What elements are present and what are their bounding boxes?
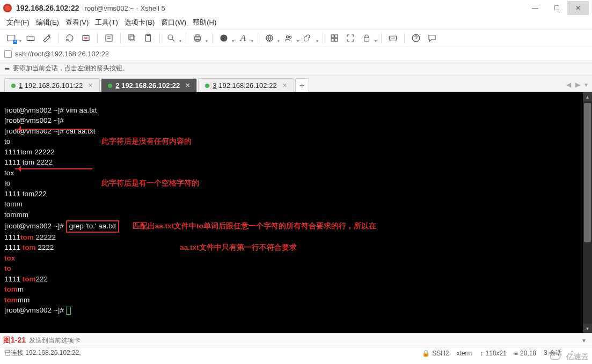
- fullscreen-icon[interactable]: [343, 31, 357, 45]
- menu-bar: 文件(F) 编辑(E) 查看(V) 工具(T) 选项卡(B) 窗口(W) 帮助(…: [0, 16, 592, 29]
- status-pos: ≡ 20,18: [514, 350, 536, 357]
- settings-icon[interactable]: [40, 31, 54, 45]
- compose-dropdown-icon[interactable]: ▾: [579, 337, 589, 344]
- svg-rect-17: [335, 35, 338, 38]
- window-title-sub: root@vms002:~ - Xshell 5: [85, 4, 165, 12]
- tab-prev-icon[interactable]: ◀: [566, 81, 571, 88]
- menu-edit[interactable]: 编辑(E): [36, 18, 59, 27]
- session-tab-2[interactable]: 2 192.168.26.102:22 ✕: [101, 78, 197, 92]
- menu-view[interactable]: 查看(V): [65, 18, 89, 27]
- spiral-icon[interactable]: [301, 31, 315, 45]
- hint-text: 要添加当前会话，点击左侧的箭头按钮。: [13, 64, 129, 73]
- copy-icon[interactable]: [125, 31, 139, 45]
- cursor: [66, 307, 71, 315]
- status-connection: 已连接 192.168.26.102:22。: [4, 348, 85, 358]
- annotation-3b: aa.txt文件中只有第一行不符合要求: [180, 243, 296, 251]
- minimize-button[interactable]: —: [524, 1, 546, 15]
- menu-file[interactable]: 文件(F): [6, 18, 30, 27]
- svg-rect-16: [331, 35, 334, 38]
- svg-rect-18: [331, 39, 334, 41]
- scroll-up-icon[interactable]: ▴: [583, 92, 592, 101]
- compose-input[interactable]: [29, 337, 576, 344]
- status-dot-icon: [205, 84, 209, 88]
- maximize-button[interactable]: ☐: [546, 1, 567, 15]
- title-bar: 192.168.26.102:22 root@vms002:~ - Xshell…: [0, 0, 592, 16]
- help-icon[interactable]: [409, 31, 423, 45]
- users-icon[interactable]: [282, 31, 296, 45]
- lock-icon[interactable]: [360, 31, 374, 45]
- window-title-host: 192.168.26.102:22: [16, 4, 79, 12]
- status-dot-icon: [108, 84, 112, 88]
- svg-point-1: [48, 35, 50, 36]
- tab-nav: ◀ ▶ ▾: [562, 78, 592, 92]
- reconnect-icon[interactable]: [63, 31, 77, 45]
- svg-rect-5: [129, 35, 134, 40]
- web-icon[interactable]: [262, 31, 276, 45]
- svg-rect-21: [389, 36, 397, 40]
- svg-point-15: [289, 36, 291, 39]
- arrow-1-icon: [15, 129, 92, 130]
- status-dot-icon: [11, 84, 16, 88]
- disconnect-icon[interactable]: [79, 31, 93, 45]
- font-icon[interactable]: A: [236, 31, 250, 45]
- find-icon[interactable]: [164, 31, 178, 45]
- tab-close-icon[interactable]: ✕: [282, 82, 287, 89]
- scrollbar[interactable]: ▴ ▾: [583, 92, 592, 333]
- arrow-2-icon: [15, 168, 92, 169]
- paste-icon[interactable]: [141, 31, 155, 45]
- annotation-1: 此字符后是没有任何内容的: [101, 137, 192, 145]
- annotation-2: 此字符后是有一个空格字符的: [101, 179, 199, 187]
- status-protocol: 🔒 SSH2: [422, 350, 449, 357]
- watermark: 亿速云: [549, 352, 589, 362]
- highlight-box: grep 'to.' aa.txt: [66, 220, 120, 233]
- svg-rect-19: [335, 39, 338, 41]
- svg-point-8: [168, 35, 173, 40]
- terminal[interactable]: [root@vms002 ~]# vim aa.txt [root@vms002…: [0, 92, 583, 333]
- figure-label: 图1-21: [3, 336, 26, 345]
- svg-point-12: [221, 35, 227, 41]
- svg-rect-4: [130, 36, 135, 41]
- toolbar: +▾ ▾ ▾ ▾ A▾ ▾ ▾ ▾ ▾: [0, 29, 592, 47]
- chat-icon[interactable]: [425, 31, 439, 45]
- app-icon: [3, 4, 12, 12]
- new-session-icon[interactable]: +: [4, 31, 18, 45]
- close-button[interactable]: ✕: [567, 1, 589, 15]
- print-icon[interactable]: [191, 31, 204, 45]
- menu-window[interactable]: 窗口(W): [161, 18, 186, 27]
- compose-bar: 图1-21 ▾: [0, 333, 592, 347]
- svg-rect-10: [196, 35, 199, 37]
- status-term: xterm: [457, 350, 473, 357]
- address-icon: [4, 50, 12, 58]
- address-text[interactable]: ssh://root@192.168.26.102:22: [15, 50, 109, 58]
- open-folder-icon[interactable]: [24, 31, 38, 45]
- annotation-3a: 匹配出aa.txt文件中to单词后跟任意一个字符的所有符合要求的行，所以在: [133, 222, 376, 230]
- menu-tools[interactable]: 工具(T): [95, 18, 118, 27]
- properties-icon[interactable]: [102, 31, 116, 45]
- scroll-down-icon[interactable]: ▾: [583, 324, 592, 333]
- hint-arrow-icon[interactable]: ➦: [4, 65, 10, 72]
- keyboard-icon[interactable]: [386, 31, 400, 45]
- menu-tab[interactable]: 选项卡(B): [125, 18, 155, 27]
- svg-point-14: [287, 36, 289, 39]
- color-icon[interactable]: [217, 31, 231, 45]
- tab-bar: 1 192.168.26.101:22 ✕ 2 192.168.26.102:2…: [0, 76, 592, 92]
- svg-rect-20: [364, 38, 369, 41]
- menu-help[interactable]: 帮助(H): [193, 18, 216, 27]
- svg-rect-3: [106, 35, 112, 41]
- status-size: ↕ 118x21: [480, 350, 507, 357]
- session-tab-3[interactable]: 3 192.168.26.102:22 ✕: [198, 78, 294, 92]
- tab-close-icon[interactable]: ✕: [185, 82, 190, 89]
- tab-list-icon[interactable]: ▾: [584, 81, 588, 88]
- new-tab-button[interactable]: +: [295, 78, 309, 92]
- hint-bar: ➦ 要添加当前会话，点击左侧的箭头按钮。: [0, 61, 592, 76]
- scroll-thumb[interactable]: [584, 103, 591, 242]
- tab-next-icon[interactable]: ▶: [575, 81, 580, 88]
- tab-close-icon[interactable]: ✕: [88, 82, 93, 89]
- layout-icon[interactable]: [327, 31, 341, 45]
- session-tab-1[interactable]: 1 192.168.26.101:22 ✕: [4, 78, 100, 92]
- address-bar: ssh://root@192.168.26.102:22: [0, 47, 592, 61]
- terminal-wrap: [root@vms002 ~]# vim aa.txt [root@vms002…: [0, 92, 592, 333]
- status-bar: 已连接 192.168.26.102:22。 🔒 SSH2 xterm ↕ 11…: [0, 347, 592, 359]
